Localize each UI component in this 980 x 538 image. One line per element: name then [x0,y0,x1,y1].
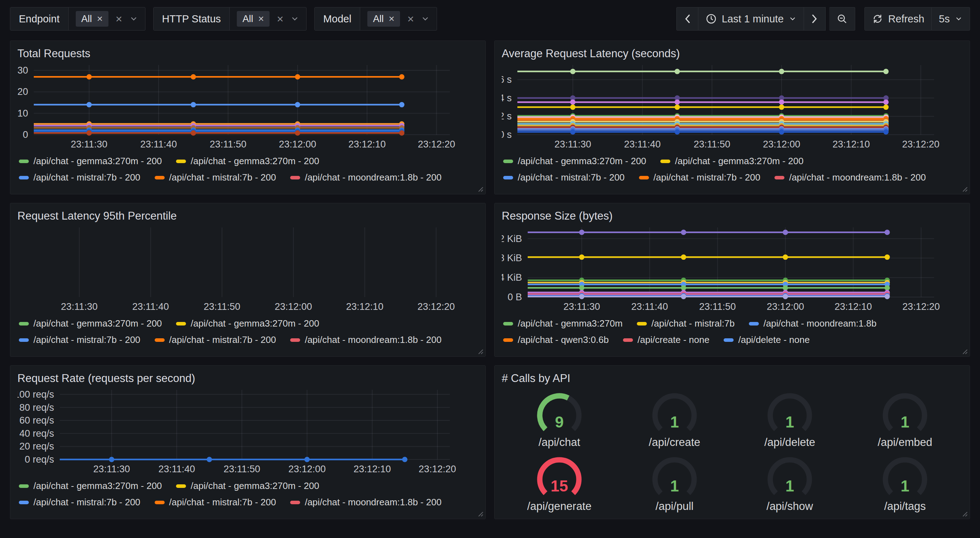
legend-item[interactable]: /api/chat - gemma3:270m - 200 [176,481,319,492]
panel-title: Total Requests [18,46,478,61]
legend-item[interactable]: /api/chat - moondream:1.8b - 200 [290,334,441,345]
legend-item[interactable]: /api/chat - gemma3:270m - 200 [19,481,162,492]
panel-resize-handle[interactable] [961,348,968,355]
panel-resize-handle[interactable] [476,185,484,192]
panel-resize-handle[interactable] [476,510,484,517]
legend-item[interactable]: /api/chat - gemma3:270m - 200 [176,156,319,167]
svg-text:23:12:10: 23:12:10 [348,139,386,149]
panel-resize-handle[interactable] [961,185,968,192]
panel-total-requests: Total Requests 23:11:3023:11:4023:11:502… [10,41,486,194]
svg-text:23:12:10: 23:12:10 [353,464,391,475]
chart-legend: /api/chat - gemma3:270m - 200/api/chat -… [18,156,478,183]
legend-label: /api/chat - mistral:7b - 200 [518,172,625,183]
time-series-chart[interactable]: 23:11:3023:11:4023:11:5023:12:0023:12:10… [502,224,963,313]
chevron-down-icon[interactable] [421,14,430,23]
remove-tag-icon[interactable]: × [258,13,264,24]
legend-label: /api/delete - none [738,334,810,345]
legend-item[interactable]: /api/chat - moondream:1.8b - 200 [290,172,441,183]
time-series-chart[interactable]: 23:11:3023:11:4023:11:5023:12:0023:12:10… [502,62,963,150]
legend-item[interactable]: /api/chat - mistral:7b - 200 [155,172,276,183]
refresh-button[interactable]: Refresh [864,7,932,30]
refresh-interval-button[interactable]: 5s [932,7,970,30]
svg-text:1: 1 [670,477,679,495]
legend-label: /api/chat - mistral:7b - 200 [33,334,140,345]
series-color-chip [639,176,649,179]
legend-item[interactable]: /api/chat - moondream:1.8b - 200 [775,172,926,183]
legend-item[interactable]: /api/chat - mistral:7b - 200 [19,172,140,183]
legend-item[interactable]: /api/delete - none [724,334,810,345]
legend-label: /api/chat - gemma3:270m - 200 [191,481,319,492]
svg-text:23:12:00: 23:12:00 [767,302,804,312]
legend-row: /api/chat - mistral:7b - 200/api/chat - … [19,334,478,345]
time-series-chart[interactable]: 23:11:3023:11:4023:11:5023:12:0023:12:10… [18,62,478,150]
chevron-down-icon[interactable] [291,14,299,23]
filter-http-status-select[interactable]: All × × [230,8,306,30]
legend-item[interactable]: /api/chat - qwen3:0.6b [503,334,609,345]
svg-text:23:11:40: 23:11:40 [624,139,661,149]
svg-text:80 req/s: 80 req/s [19,402,54,413]
chart-svg: 23:11:3023:11:4023:11:5023:12:0023:12:10… [18,62,478,150]
gauge-api-create: 1/api/create [617,389,732,449]
legend-item[interactable]: /api/chat - gemma3:270m - 200 [19,156,162,167]
time-series-chart[interactable]: 23:11:3023:11:4023:11:5023:12:0023:12:10… [18,386,478,475]
time-range-picker-button[interactable]: Last 1 minute [698,7,804,30]
legend-item[interactable]: /api/chat - mistral:7b - 200 [503,172,625,183]
legend-item[interactable]: /api/chat - gemma3:270m - 200 [503,156,646,167]
filter-endpoint-select[interactable]: All × × [68,8,145,30]
clear-filter-icon[interactable]: × [407,13,414,24]
gauge-label: /api/create [649,436,700,449]
series-color-chip [623,338,633,342]
time-range-label: Last 1 minute [722,13,784,25]
time-shift-forward-button[interactable] [804,7,826,30]
time-series-chart[interactable]: 23:11:3023:11:4023:11:5023:12:0023:12:10… [18,224,478,313]
legend-row: /api/chat - gemma3:270m/api/chat - mistr… [503,318,963,329]
series-color-chip [155,176,165,179]
legend-item[interactable]: /api/chat - mistral:7b - 200 [155,334,276,345]
legend-item[interactable]: /api/chat - moondream:1.8b - 200 [290,497,441,508]
legend-item[interactable]: /api/chat - gemma3:270m - 200 [660,156,803,167]
chevron-down-icon[interactable] [129,14,138,23]
filter-endpoint-tag-text: All [81,14,92,24]
panel-resize-handle[interactable] [476,348,484,355]
panel-title: # Calls by API [502,371,963,386]
panel-resize-handle[interactable] [961,510,968,517]
legend-item[interactable]: /api/chat - gemma3:270m - 200 [19,318,162,329]
panel-title: Average Request Latency (seconds) [502,46,963,61]
legend-item[interactable]: /api/chat - gemma3:270m [503,318,623,329]
series-color-chip [724,338,733,342]
clear-filter-icon[interactable]: × [277,13,283,24]
filter-model-tag[interactable]: All × [368,11,400,27]
clear-filter-icon[interactable]: × [116,13,123,24]
filter-model-label: Model [315,8,360,30]
filter-model-select[interactable]: All × × [360,8,437,30]
legend-label: /api/chat - mistral:7b - 200 [169,172,276,183]
series-color-chip [290,501,300,504]
series-color-chip [176,484,186,488]
legend-item[interactable]: /api/chat - mistral:7b - 200 [19,497,140,508]
legend-label: /api/chat - gemma3:270m - 200 [191,318,319,329]
legend-item[interactable]: /api/create - none [623,334,710,345]
legend-item[interactable]: /api/chat - moondream:1.8b [749,318,877,329]
legend-item[interactable]: /api/chat - mistral:7b [637,318,735,329]
legend-row: /api/chat - qwen3:0.6b/api/create - none… [503,334,963,345]
legend-item[interactable]: /api/chat - gemma3:270m - 200 [176,318,319,329]
remove-tag-icon[interactable]: × [389,13,395,24]
time-range-group: Last 1 minute [676,7,855,30]
filter-endpoint-label: Endpoint [10,8,68,30]
svg-text:0 s: 0 s [502,129,512,140]
filter-endpoint-tag[interactable]: All × [76,11,108,27]
legend-item[interactable]: /api/chat - mistral:7b - 200 [155,497,276,508]
panel-calls-by-api: # Calls by API 9/api/chat1/api/create1/a… [494,365,970,519]
time-shift-back-button[interactable] [676,7,698,30]
remove-tag-icon[interactable]: × [97,13,103,24]
legend-label: /api/chat - moondream:1.8b - 200 [305,172,441,183]
zoom-out-time-button[interactable] [829,7,855,30]
gauge-api-delete: 1/api/delete [732,389,847,449]
svg-text:23:11:40: 23:11:40 [140,139,177,149]
legend-label: /api/chat - gemma3:270m - 200 [191,156,319,167]
gauge-arc: 15 [524,452,595,501]
filter-http-status-tag[interactable]: All × [237,11,269,27]
legend-item[interactable]: /api/chat - mistral:7b - 200 [19,334,140,345]
legend-item[interactable]: /api/chat - mistral:7b - 200 [639,172,760,183]
legend-label: /api/chat - gemma3:270m - 200 [33,481,162,492]
